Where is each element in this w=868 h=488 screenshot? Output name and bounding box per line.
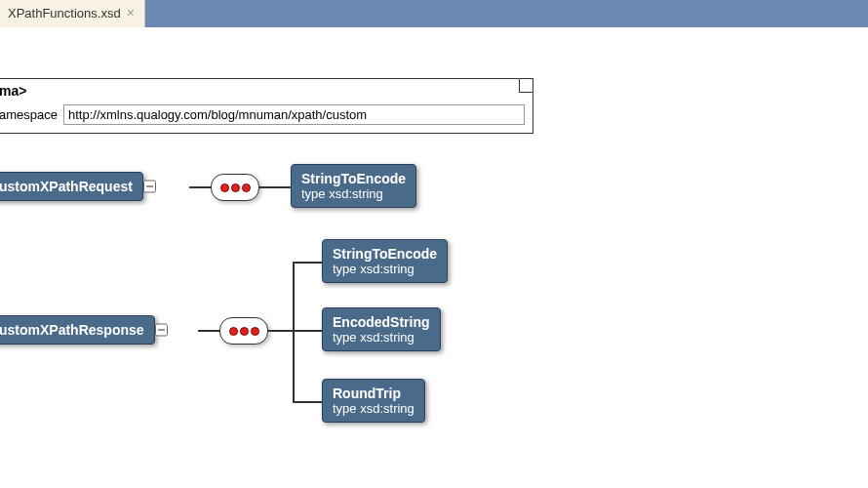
field-name: StringToEncode bbox=[333, 246, 437, 262]
connector-line bbox=[293, 262, 322, 264]
connector-vline bbox=[293, 262, 295, 403]
close-icon[interactable]: × bbox=[127, 6, 135, 20]
field-type: type xsd:string bbox=[333, 401, 414, 416]
field-name: StringToEncode bbox=[301, 171, 406, 186]
field-roundtrip[interactable]: RoundTrip type xsd:string bbox=[322, 379, 425, 423]
connector-line bbox=[268, 330, 294, 332]
schema-title: ma> bbox=[0, 79, 533, 101]
tab-file[interactable]: XPathFunctions.xsd × bbox=[0, 0, 145, 27]
connector-line bbox=[293, 330, 322, 332]
element-customxpathresponse[interactable]: ustomXPathResponse bbox=[0, 315, 155, 345]
tab-label: XPathFunctions.xsd bbox=[8, 6, 121, 20]
sequence-dot-icon bbox=[231, 183, 240, 192]
sequence-dot-icon bbox=[242, 183, 251, 192]
tab-bar: XPathFunctions.xsd × bbox=[0, 0, 868, 27]
element-customxpathrequest[interactable]: ustomXPathRequest bbox=[0, 172, 143, 201]
sequence-dot-icon bbox=[220, 183, 229, 192]
sequence-node[interactable] bbox=[219, 317, 268, 345]
namespace-label: amespace bbox=[0, 107, 58, 122]
field-type: type xsd:string bbox=[333, 330, 430, 345]
expand-toggle-icon[interactable] bbox=[155, 324, 168, 337]
field-stringtoencode[interactable]: StringToEncode type xsd:string bbox=[322, 239, 448, 283]
expand-toggle-icon[interactable] bbox=[143, 181, 156, 193]
field-encodedstring[interactable]: EncodedString type xsd:string bbox=[322, 307, 441, 351]
field-name: EncodedString bbox=[333, 314, 430, 330]
connector-line bbox=[293, 401, 322, 403]
field-type: type xsd:string bbox=[301, 186, 406, 201]
sequence-dot-icon bbox=[240, 327, 249, 336]
element-name: ustomXPathRequest bbox=[0, 179, 133, 194]
sequence-dot-icon bbox=[251, 327, 259, 336]
field-type: type xsd:string bbox=[333, 262, 437, 276]
schema-canvas[interactable]: ma> amespace ustomXPathRequest StringToE… bbox=[0, 27, 868, 488]
field-stringtoencode-req[interactable]: StringToEncode type xsd:string bbox=[291, 164, 416, 208]
connector-line bbox=[198, 330, 219, 332]
sequence-node[interactable] bbox=[211, 174, 259, 201]
element-name: ustomXPathResponse bbox=[0, 322, 144, 338]
sequence-dot-icon bbox=[229, 327, 238, 336]
namespace-input[interactable] bbox=[63, 104, 525, 125]
connector-line bbox=[189, 186, 211, 188]
schema-header-box[interactable]: ma> amespace bbox=[0, 78, 533, 134]
connector-line bbox=[259, 186, 291, 188]
field-name: RoundTrip bbox=[333, 386, 414, 401]
